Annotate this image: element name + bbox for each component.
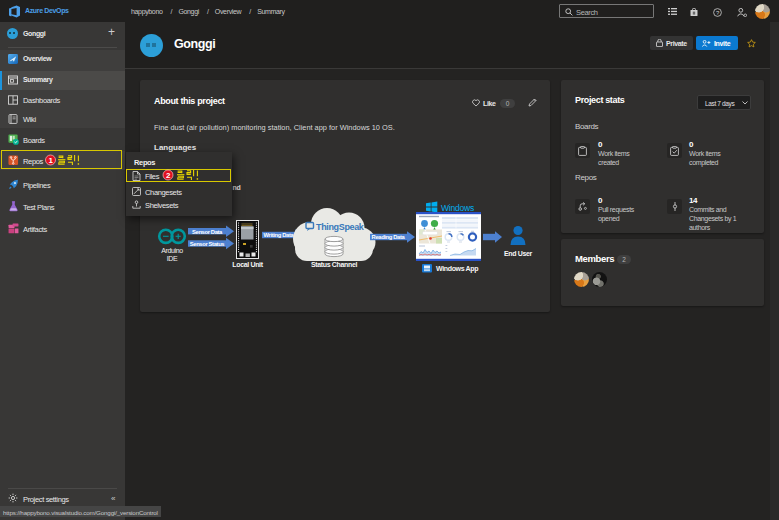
svg-text:End User: End User (504, 250, 533, 257)
svg-text:Sensor Status: Sensor Status (190, 241, 225, 247)
svg-text:Windows: Windows (441, 203, 474, 213)
svg-text:Sensor Data: Sensor Data (192, 229, 223, 235)
svg-text:IDE: IDE (167, 255, 178, 262)
svg-text:Status Channel: Status Channel (311, 261, 357, 268)
svg-text:Writing Data: Writing Data (264, 232, 295, 238)
svg-text:Windows App: Windows App (436, 265, 478, 273)
svg-text:?: ? (716, 9, 720, 15)
svg-text:Reading Data: Reading Data (372, 234, 406, 240)
svg-text:Arduino: Arduino (161, 247, 183, 254)
svg-text:ThingSpeak: ThingSpeak (316, 222, 365, 232)
svg-text:Local Unit: Local Unit (232, 261, 263, 268)
